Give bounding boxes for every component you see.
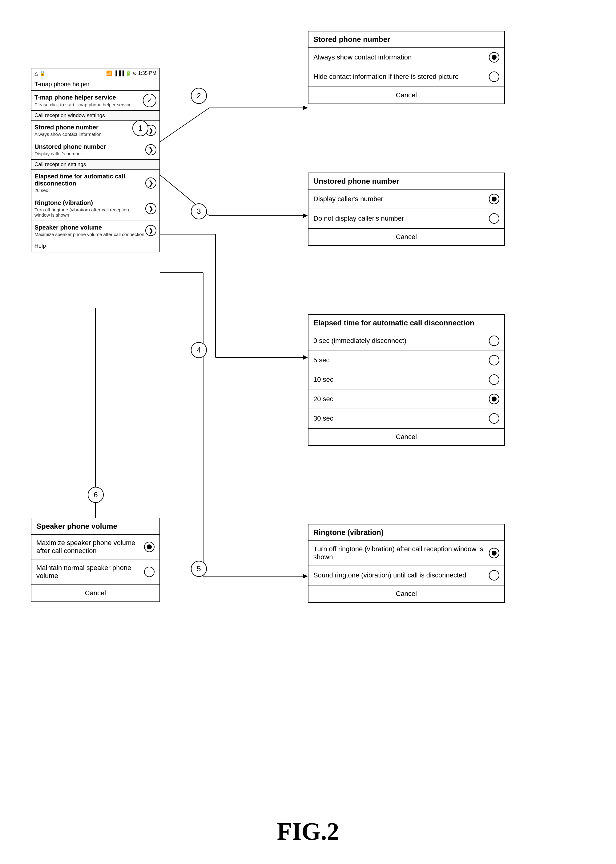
service-checkbox[interactable]: ✓ (143, 94, 156, 107)
unstored-phone-sub: Display caller's number (35, 151, 106, 156)
elapsed-time-chevron[interactable]: ❯ (145, 178, 156, 189)
stored-radio-2[interactable] (489, 71, 499, 82)
speaker-volume-label: Speaker phone volume (35, 224, 145, 231)
circle-num-6: 6 (88, 487, 104, 503)
service-subtext: Please click to start t-map phone helper… (35, 102, 132, 107)
warning-icon: △ (35, 70, 38, 76)
menu-item-speaker-volume[interactable]: Speaker phone volume Maximize speaker ph… (31, 221, 159, 240)
phone-help: Help (31, 240, 159, 252)
svg-marker-2 (303, 106, 308, 110)
section-header-reception-settings: Call reception settings (31, 159, 159, 170)
battery-icon: 🔋 (125, 70, 132, 76)
ringtone-radio-2[interactable] (489, 570, 499, 580)
elapsed-option-2[interactable]: 5 sec (308, 351, 504, 370)
status-left-icons: △ 🔒 (35, 70, 46, 76)
speaker-popup-header: Speaker phone volume (31, 518, 159, 534)
elapsed-radio-1[interactable] (489, 336, 499, 346)
popup-unstored-phone: Unstored phone number Display caller's n… (308, 173, 505, 246)
stored-phone-popup-header: Stored phone number (308, 32, 504, 48)
unstored-phone-popup-header: Unstored phone number (308, 173, 504, 189)
unstored-option-1-text: Display caller's number (313, 195, 489, 203)
speaker-option-2[interactable]: Maintain normal speaker phone volume (31, 560, 159, 585)
elapsed-time-label: Elapsed time for automatic call disconne… (35, 173, 145, 187)
stored-phone-label: Stored phone number (35, 124, 102, 131)
elapsed-radio-3[interactable] (489, 374, 499, 385)
elapsed-option-4[interactable]: 20 sec (308, 389, 504, 409)
elapsed-time-popup-header: Elapsed time for automatic call disconne… (308, 315, 504, 331)
unstored-option-2[interactable]: Do not display caller's number (308, 209, 504, 228)
elapsed-option-5-text: 30 sec (313, 415, 489, 423)
status-bar: △ 🔒 📶 ▐▐▐ 🔋 ⊙ 1:35 PM (31, 68, 159, 78)
speaker-option-2-text: Maintain normal speaker phone volume (36, 564, 144, 580)
unstored-option-1[interactable]: Display caller's number (308, 189, 504, 209)
svg-line-0 (160, 108, 209, 142)
elapsed-option-4-text: 20 sec (313, 395, 489, 403)
service-title: T-map phone helper service (35, 94, 132, 101)
ringtone-sub: Turn off ringtone (vibration) after call… (35, 207, 145, 218)
elapsed-radio-2[interactable] (489, 355, 499, 366)
stored-cancel-btn[interactable]: Cancel (308, 87, 504, 104)
svg-marker-13 (303, 574, 308, 579)
speaker-volume-sub: Maximize speaker phone volume after call… (35, 232, 145, 237)
menu-item-ringtone[interactable]: Ringtone (vibration) Turn off ringtone (… (31, 196, 159, 221)
stored-phone-sub: Always show contact information (35, 132, 102, 137)
speaker-option-1-text: Maximize speaker phone volume after call… (36, 539, 144, 555)
menu-item-elapsed-time[interactable]: Elapsed time for automatic call disconne… (31, 170, 159, 196)
elapsed-radio-5[interactable] (489, 413, 499, 424)
unstored-option-2-text: Do not display caller's number (313, 214, 489, 222)
elapsed-option-2-text: 5 sec (313, 356, 489, 364)
status-time: 1:35 PM (138, 71, 156, 76)
elapsed-cancel-btn[interactable]: Cancel (308, 428, 504, 445)
elapsed-time-sub: 20 sec (35, 188, 145, 193)
page-container: △ 🔒 📶 ▐▐▐ 🔋 ⊙ 1:35 PM T-map phone helper… (0, 0, 616, 864)
stored-option-2[interactable]: Hide contact information if there is sto… (308, 67, 504, 87)
popup-ringtone: Ringtone (vibration) Turn off ringtone (… (308, 524, 505, 603)
figure-label: FIG.2 (277, 817, 339, 845)
phone-title: T-map phone helper (31, 78, 159, 91)
ringtone-chevron[interactable]: ❯ (145, 203, 156, 214)
speaker-volume-chevron[interactable]: ❯ (145, 225, 156, 236)
elapsed-option-1-text: 0 sec (immediately disconnect) (313, 337, 489, 345)
phone-mockup: △ 🔒 📶 ▐▐▐ 🔋 ⊙ 1:35 PM T-map phone helper… (31, 68, 160, 252)
stored-radio-1[interactable] (489, 52, 499, 63)
unstored-radio-1[interactable] (489, 194, 499, 204)
speaker-radio-1[interactable] (144, 542, 154, 552)
popup-stored-phone: Stored phone number Always show contact … (308, 31, 505, 104)
circle-num-2: 2 (191, 88, 207, 104)
unstored-phone-label: Unstored phone number (35, 143, 106, 150)
ringtone-option-1-text: Turn off ringtone (vibration) after call… (313, 545, 489, 561)
ringtone-label: Ringtone (vibration) (35, 199, 145, 207)
ringtone-option-1[interactable]: Turn off ringtone (vibration) after call… (308, 541, 504, 566)
phone-service-row: T-map phone helper service Please click … (31, 91, 159, 110)
popup-speaker-volume: Speaker phone volume Maximize speaker ph… (31, 518, 160, 602)
svg-marker-5 (303, 214, 308, 218)
elapsed-option-3-text: 10 sec (313, 375, 489, 384)
stored-option-2-text: Hide contact information if there is sto… (313, 73, 489, 81)
ringtone-cancel-btn[interactable]: Cancel (308, 585, 504, 602)
elapsed-option-3[interactable]: 10 sec (308, 370, 504, 389)
ringtone-radio-1[interactable] (489, 548, 499, 558)
unstored-phone-chevron[interactable]: ❯ (145, 144, 156, 155)
ringtone-option-2-text: Sound ringtone (vibration) until call is… (313, 571, 489, 579)
speaker-option-1[interactable]: Maximize speaker phone volume after call… (31, 534, 159, 560)
speaker-cancel-btn[interactable]: Cancel (31, 585, 159, 601)
circle-num-4: 4 (191, 342, 207, 358)
stored-option-1-text: Always show contact information (313, 53, 489, 61)
ringtone-option-2[interactable]: Sound ringtone (vibration) until call is… (308, 566, 504, 585)
signal-icon: ▐▐▐ (113, 71, 124, 76)
circle-num-1: 1 (132, 120, 148, 136)
elapsed-option-1[interactable]: 0 sec (immediately disconnect) (308, 331, 504, 351)
unstored-radio-2[interactable] (489, 213, 499, 224)
ringtone-popup-header: Ringtone (vibration) (308, 525, 504, 541)
speaker-radio-2[interactable] (144, 567, 154, 577)
stored-option-1[interactable]: Always show contact information (308, 48, 504, 67)
unstored-cancel-btn[interactable]: Cancel (308, 228, 504, 245)
circle-num-3: 3 (191, 203, 207, 219)
elapsed-radio-4[interactable] (489, 394, 499, 404)
wifi-icon: 📶 (106, 70, 112, 76)
elapsed-option-5[interactable]: 30 sec (308, 409, 504, 428)
status-right-icons: 📶 ▐▐▐ 🔋 ⊙ 1:35 PM (106, 70, 156, 76)
circle-num-5: 5 (191, 561, 207, 577)
menu-item-unstored-phone[interactable]: Unstored phone number Display caller's n… (31, 140, 159, 159)
svg-marker-9 (303, 355, 308, 359)
